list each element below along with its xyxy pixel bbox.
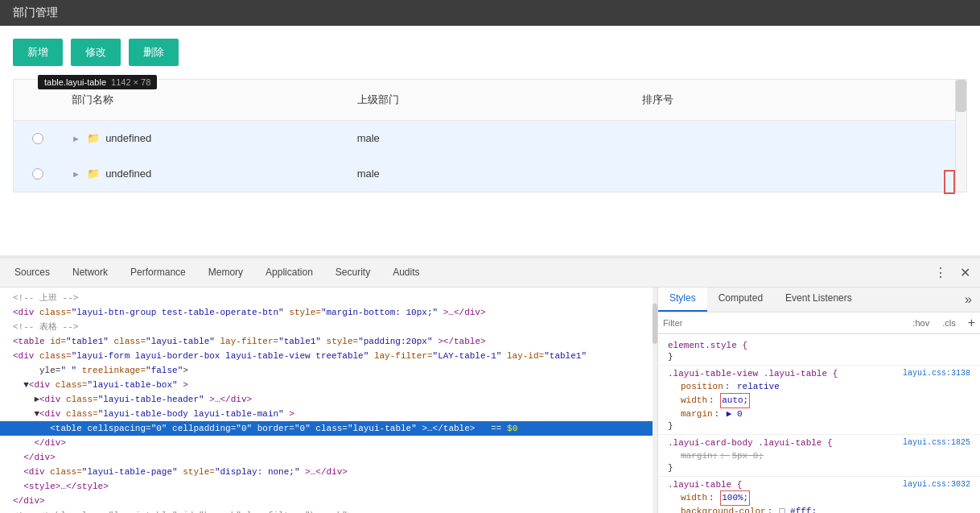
th-order: 排序号	[632, 88, 918, 112]
style-rule: width : auto;	[668, 394, 970, 408]
add-style-button[interactable]: +	[968, 316, 975, 330]
table-wrapper: table.layui-table 1142 × 78 部门名称 上级部门 排序…	[13, 79, 967, 192]
tooltip-dimensions: 1142 × 78	[111, 77, 150, 87]
tooltip-selector: table.layui-table	[44, 77, 106, 87]
tab-security[interactable]: Security	[324, 260, 381, 286]
html-line: <div class="layui-table-page" style="dis…	[0, 465, 657, 479]
filter-input[interactable]	[663, 318, 904, 328]
style-rule: margin↕ : 5px 0;	[668, 449, 970, 463]
styles-tab-computed[interactable]: Computed	[707, 288, 774, 312]
html-line: </div>	[0, 450, 657, 465]
html-line: <div class="layui-btn-group test-table-o…	[0, 305, 657, 320]
tree-expand-icon-1[interactable]: ►	[72, 134, 80, 143]
styles-tab-styles[interactable]: Styles	[658, 288, 707, 312]
styles-panel: Styles Computed Event Listeners » :hov .…	[658, 288, 980, 513]
styles-more-icon[interactable]: »	[957, 288, 980, 312]
style-selector-3: .layui-table { layui.css:3032	[668, 480, 970, 490]
styles-content: element.style { } .layui-table-view .lay…	[658, 334, 980, 513]
tab-application[interactable]: Application	[254, 260, 324, 286]
scrollbar-thumb[interactable]	[956, 80, 966, 112]
tab-sources[interactable]: Sources	[3, 260, 61, 286]
close-icon[interactable]: ✕	[956, 264, 974, 282]
style-selector-1: .layui-table-view .layui-table { layui.c…	[668, 369, 970, 379]
td-checkbox-2[interactable]	[14, 163, 62, 184]
more-icon[interactable]: ⋮	[932, 264, 949, 282]
html-line: ▼<div class="layui-table-box" >	[0, 378, 657, 392]
style-close: }	[668, 352, 970, 362]
cls-button[interactable]: .cls	[938, 316, 960, 330]
style-block-element: element.style { }	[658, 337, 980, 366]
th-checkbox	[14, 88, 62, 112]
table-row[interactable]: ► 📁 undefined male	[14, 121, 966, 156]
html-content: <!-- 上班 --> <div class="layui-btn-group …	[0, 288, 657, 513]
td-order-1	[632, 134, 918, 143]
th-parent: 上级部门	[348, 88, 633, 112]
html-line: <!-- 表格 -->	[0, 320, 657, 334]
html-line: <!-- 上班 -->	[0, 291, 657, 305]
html-line: ▼<div class="layui-table-body layui-tabl…	[0, 407, 657, 421]
delete-button[interactable]: 删除	[129, 39, 179, 66]
style-rule: width : 100%;	[668, 491, 970, 505]
main-content: 新增 修改 删除 table.layui-table 1142 × 78 部门名…	[0, 26, 980, 255]
html-line: </div>	[0, 436, 657, 450]
tab-memory[interactable]: Memory	[197, 260, 254, 286]
html-line: ►<div class="layui-table-header" >…</div…	[0, 392, 657, 407]
html-line: <!-- <table class="layui-table" id="bran…	[0, 508, 657, 513]
td-name-2: ► 📁 undefined	[62, 163, 348, 184]
devtools-panel: Sources Network Performance Memory Appli…	[0, 259, 980, 513]
tree-expand-icon-2[interactable]: ►	[72, 169, 80, 179]
folder-icon-1: 📁	[87, 132, 100, 144]
html-line: <table id="table1" class="layui-table" l…	[0, 334, 657, 349]
devtools-tabs: Sources Network Performance Memory Appli…	[0, 259, 980, 288]
radio-1[interactable]	[32, 133, 43, 144]
html-line: <div class="layui-form layui-border-box …	[0, 349, 657, 363]
style-block-3: .layui-table { layui.css:3032 width : 10…	[658, 477, 980, 513]
style-close: }	[668, 421, 970, 431]
edit-button[interactable]: 修改	[71, 39, 121, 66]
scroll-thumb[interactable]	[653, 304, 657, 344]
filter-bar: :hov .cls +	[658, 312, 980, 334]
style-rule: background-color : □ #fff;	[668, 505, 970, 513]
scrollbar-track[interactable]	[955, 80, 966, 192]
folder-icon-2: 📁	[87, 168, 100, 180]
element-tooltip: table.layui-table 1142 × 78	[38, 75, 157, 89]
td-parent-1: male	[348, 127, 633, 149]
style-rule: margin : ▶ 0	[668, 408, 970, 421]
page-title: 部门管理	[13, 6, 58, 20]
table-row[interactable]: ► 📁 undefined male	[14, 156, 966, 192]
style-close: }	[668, 463, 970, 473]
td-checkbox-1[interactable]	[14, 128, 62, 149]
btn-group: 新增 修改 删除	[13, 39, 967, 66]
style-selector: element.style {	[668, 341, 970, 350]
highlight-box	[944, 170, 955, 194]
th-name: 部门名称	[62, 88, 348, 112]
html-panel: <!-- 上班 --> <div class="layui-btn-group …	[0, 288, 658, 513]
html-line: </div>	[0, 494, 657, 508]
style-rule: position : relative	[668, 380, 970, 394]
devtools-icons: ⋮ ✕	[932, 264, 977, 282]
style-block-1: .layui-table-view .layui-table { layui.c…	[658, 366, 980, 435]
html-line: yle=" " treelinkage="false">	[0, 363, 657, 378]
html-line: <style>…</style>	[0, 479, 657, 494]
tab-audits[interactable]: Audits	[381, 260, 430, 286]
radio-2[interactable]	[32, 168, 43, 180]
hov-button[interactable]: :hov	[908, 316, 933, 330]
td-parent-2: male	[348, 163, 633, 184]
td-order-2	[632, 169, 918, 179]
scroll-indicator[interactable]	[653, 288, 657, 513]
tab-performance[interactable]: Performance	[119, 260, 197, 286]
td-name-1: ► 📁 undefined	[62, 127, 348, 149]
html-line-highlighted: <table cellspacing="0" cellpadding="0" b…	[0, 421, 657, 436]
styles-tab-event-listeners[interactable]: Event Listeners	[774, 288, 863, 312]
style-block-2: .layui-card-body .layui-table { layui.cs…	[658, 435, 980, 477]
styles-tabs: Styles Computed Event Listeners »	[658, 288, 980, 312]
devtools-body: <!-- 上班 --> <div class="layui-btn-group …	[0, 288, 980, 513]
tab-network[interactable]: Network	[61, 260, 119, 286]
add-button[interactable]: 新增	[13, 39, 63, 66]
style-selector-2: .layui-card-body .layui-table { layui.cs…	[668, 438, 970, 448]
top-bar: 部门管理	[0, 0, 980, 26]
